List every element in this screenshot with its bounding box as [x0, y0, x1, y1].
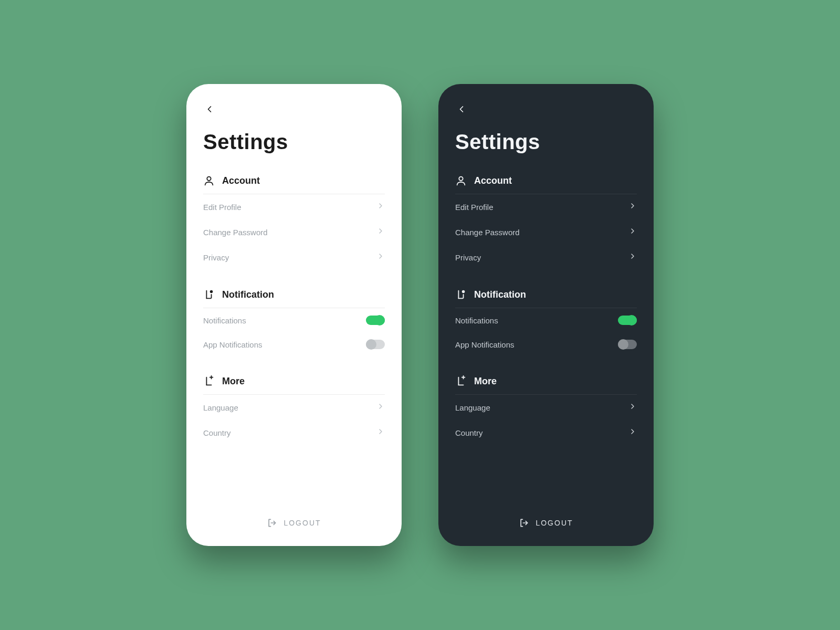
- section-label: Account: [222, 175, 260, 186]
- chevron-right-icon: [376, 402, 385, 413]
- toggle-app-notifications[interactable]: [618, 340, 637, 349]
- chevron-right-icon: [376, 252, 385, 262]
- logout-button[interactable]: LOGOUT: [203, 511, 385, 531]
- chevron-right-icon: [628, 202, 637, 212]
- chevron-right-icon: [376, 202, 385, 212]
- row-label: Edit Profile: [203, 203, 242, 212]
- row-label: Privacy: [203, 253, 229, 262]
- toggle-notifications[interactable]: [366, 316, 385, 325]
- section-more: More Language Country: [203, 375, 385, 445]
- user-icon: [203, 175, 215, 186]
- section-header-more: More: [455, 375, 637, 395]
- section-label: Notification: [222, 289, 274, 300]
- toggle-knob: [618, 339, 628, 350]
- row-edit-profile[interactable]: Edit Profile: [455, 194, 637, 219]
- row-change-password[interactable]: Change Password: [203, 219, 385, 245]
- row-label: Change Password: [455, 228, 520, 237]
- section-notification: Notification Notifications App Notificat…: [455, 289, 637, 356]
- toggle-notifications[interactable]: [618, 316, 637, 325]
- section-account: Account Edit Profile Change Password Pri…: [203, 175, 385, 270]
- section-label: Notification: [474, 289, 526, 300]
- section-more: More Language Country: [455, 375, 637, 445]
- svg-point-1: [210, 290, 213, 293]
- row-label: Change Password: [203, 228, 268, 237]
- row-notifications[interactable]: Notifications: [203, 308, 385, 332]
- row-privacy[interactable]: Privacy: [203, 245, 385, 270]
- page-title: Settings: [203, 130, 385, 154]
- section-header-notification: Notification: [455, 289, 637, 308]
- chevron-right-icon: [376, 227, 385, 237]
- row-country[interactable]: Country: [203, 420, 385, 445]
- more-icon: [203, 375, 215, 387]
- section-notification: Notification Notifications App Notificat…: [203, 289, 385, 356]
- row-change-password[interactable]: Change Password: [455, 219, 637, 245]
- row-notifications[interactable]: Notifications: [455, 308, 637, 332]
- settings-screen-dark: Settings Account Edit Profile Change Pas…: [438, 84, 654, 546]
- more-icon: [455, 375, 467, 387]
- chevron-right-icon: [628, 427, 637, 438]
- chevron-right-icon: [628, 402, 637, 413]
- chevron-right-icon: [376, 427, 385, 438]
- row-label: Notifications: [203, 316, 246, 325]
- user-icon: [455, 175, 467, 186]
- toggle-knob: [374, 315, 385, 326]
- chevron-right-icon: [628, 227, 637, 237]
- logout-icon: [267, 518, 277, 528]
- row-app-notifications[interactable]: App Notifications: [455, 332, 637, 356]
- svg-point-0: [207, 177, 211, 181]
- toggle-knob: [366, 339, 376, 350]
- row-privacy[interactable]: Privacy: [455, 245, 637, 270]
- svg-point-3: [462, 290, 465, 293]
- row-edit-profile[interactable]: Edit Profile: [203, 194, 385, 219]
- chevron-right-icon: [628, 252, 637, 262]
- section-account: Account Edit Profile Change Password Pri…: [455, 175, 637, 270]
- section-header-account: Account: [203, 175, 385, 194]
- notification-icon: [455, 289, 467, 300]
- toggle-app-notifications[interactable]: [366, 340, 385, 349]
- row-label: Language: [203, 403, 238, 412]
- chevron-left-icon: [204, 104, 215, 114]
- row-label: Language: [455, 403, 490, 412]
- row-label: Notifications: [455, 316, 498, 325]
- section-label: More: [474, 376, 497, 387]
- settings-screen-light: Settings Account Edit Profile Change Pas…: [186, 84, 402, 546]
- toggle-knob: [626, 315, 637, 326]
- row-label: Privacy: [455, 253, 481, 262]
- row-label: App Notifications: [203, 340, 262, 349]
- section-header-more: More: [203, 375, 385, 395]
- page-title: Settings: [455, 130, 637, 154]
- section-header-account: Account: [455, 175, 637, 194]
- notification-icon: [203, 289, 215, 300]
- chevron-left-icon: [456, 104, 467, 114]
- logout-label: LOGOUT: [284, 519, 321, 527]
- row-language[interactable]: Language: [203, 395, 385, 420]
- row-language[interactable]: Language: [455, 395, 637, 420]
- section-header-notification: Notification: [203, 289, 385, 308]
- section-label: More: [222, 376, 245, 387]
- logout-label: LOGOUT: [536, 519, 573, 527]
- row-label: Country: [455, 428, 483, 437]
- section-label: Account: [474, 175, 512, 186]
- back-button[interactable]: [203, 103, 216, 116]
- row-label: App Notifications: [455, 340, 514, 349]
- back-button[interactable]: [455, 103, 468, 116]
- row-label: Edit Profile: [455, 203, 494, 212]
- logout-icon: [519, 518, 529, 528]
- row-app-notifications[interactable]: App Notifications: [203, 332, 385, 356]
- row-country[interactable]: Country: [455, 420, 637, 445]
- logout-button[interactable]: LOGOUT: [455, 511, 637, 531]
- row-label: Country: [203, 428, 231, 437]
- svg-point-2: [459, 177, 463, 181]
